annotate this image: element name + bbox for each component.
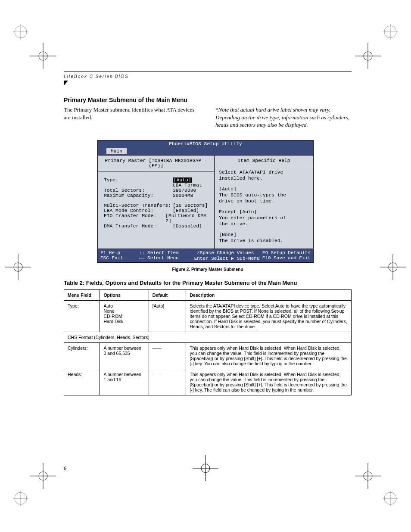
field-lba-format: LBA Format [173, 183, 202, 188]
key-f10-save[interactable]: F10 Save and Exit [262, 255, 311, 261]
key-change-values: -/Space Change Values [194, 250, 262, 255]
field-multi-value[interactable]: [16 Sectors] [173, 203, 208, 208]
key-f1-help[interactable]: F1 Help [100, 250, 139, 255]
bios-screenshot: PhoenixBIOS Setup Utility Main Primary M… [97, 140, 314, 263]
header-rule [64, 71, 352, 72]
field-max-capacity-label: Maximum Capacity: [104, 193, 173, 198]
crop-mark-icon [355, 463, 381, 489]
intro-text: The Primary Master submenu identifies wh… [64, 106, 200, 129]
crop-mark-icon [5, 254, 31, 280]
key-f9-defaults[interactable]: F9 Setup Defaults [262, 250, 311, 255]
table-cell: This appears only when Hard Disk is sele… [186, 342, 352, 369]
key-select-menu: ←→ Select Menu [139, 255, 194, 261]
th-options: Options [100, 289, 149, 300]
help-text: The drive is disabled. [219, 238, 309, 243]
help-text: [None] [219, 232, 309, 237]
bios-left-header: Primary Master [TOSHIBA MK2018GAP -(PM)] [98, 156, 214, 171]
table-cell: This appears only when Hard Disk is sele… [186, 369, 352, 395]
table-cell: —— [149, 342, 186, 369]
table-cell: Heads: [64, 369, 100, 395]
field-dma-label: DMA Transfer Mode: [104, 224, 173, 229]
table-row: Heads:A number between 1 and 16——This ap… [64, 369, 352, 395]
table-cell: Auto None CD-ROM Hard Disk [100, 300, 149, 332]
field-lba-ctl-value[interactable]: [Enabled] [173, 208, 199, 213]
table-cell: Type: [64, 300, 100, 332]
table-row: CHS Format (Cylinders, Heads, Sectors) [64, 332, 352, 342]
page: LifeBook C Series BIOS Primary Master Su… [0, 0, 411, 532]
table-cell: —— [149, 369, 186, 395]
intro-note: *Note that actual hard drive label shown… [215, 106, 352, 129]
table-row: Cylinders:A number between 0 and 65,535—… [64, 342, 352, 369]
field-total-sectors-value: 39070080 [173, 188, 196, 193]
section-title: Primary Master Submenu of the Main Menu [64, 96, 352, 103]
key-enter-submenu: Enter Select ▶ Sub-Menu [194, 255, 262, 261]
table-span-cell: CHS Format (Cylinders, Heads, Sectors) [64, 332, 352, 342]
help-text: Select ATA/ATAPI drive [219, 170, 309, 175]
help-text: installed here. [219, 176, 309, 181]
help-text: drive on boot time. [219, 199, 309, 204]
bios-title: PhoenixBIOS Setup Utility [97, 140, 314, 147]
field-pio-label: PIO Transfer Mode: [104, 213, 165, 224]
crop-mark-icon [380, 254, 406, 280]
table-row: Type:Auto None CD-ROM Hard Disk[Auto]Sel… [64, 300, 352, 332]
table-cell: [Auto] [149, 300, 186, 332]
table-cell: Cylinders: [64, 342, 100, 369]
options-table: Menu Field Options Default Description T… [64, 289, 352, 395]
help-text: The BIOS auto-types the [219, 193, 309, 198]
table-cell: A number between 0 and 65,535 [100, 342, 149, 369]
crop-mark-icon [355, 43, 381, 69]
crop-mark-icon [30, 43, 56, 69]
key-select-item: ↑↓ Select Item [139, 250, 194, 255]
field-lba-ctl-label: LBA Mode Control: [104, 208, 173, 213]
crop-mark-icon [30, 463, 56, 489]
key-esc-exit[interactable]: ESC Exit [100, 255, 139, 261]
table-title: Table 2: Fields, Options and Defaults fo… [64, 280, 352, 286]
help-text: the drive. [219, 221, 309, 227]
field-dma-value[interactable]: [Disabled] [173, 224, 202, 229]
help-text: [Auto] [219, 187, 309, 192]
help-text: You enter parameters of [219, 215, 309, 221]
bios-tabbar: Main [97, 147, 314, 155]
table-cell: Selects the ATA/ATAPI device type. Selec… [186, 300, 352, 332]
help-text: Except [Auto] [219, 209, 309, 215]
bios-right-header: Item Specific Help [215, 156, 313, 166]
field-type-value[interactable]: [Auto] [173, 177, 192, 183]
figure-caption: Figure 2. Primary Master Submenu [64, 267, 352, 272]
field-max-capacity-value: 20004MB [173, 193, 193, 198]
table-header-row: Menu Field Options Default Description [64, 289, 352, 300]
triangle-icon [64, 81, 68, 86]
field-pio-value[interactable]: [Multiword DMA 2] [165, 213, 210, 224]
th-default: Default [149, 289, 186, 300]
th-description: Description [186, 289, 352, 300]
field-multi-label: Multi-Sector Transfers: [104, 203, 173, 208]
crop-mark-icon [193, 455, 218, 481]
field-type-label: Type: [104, 177, 173, 183]
field-total-sectors-label: Total Sectors: [104, 188, 173, 193]
th-menu-field: Menu Field [64, 289, 100, 300]
page-number: 6 [64, 465, 66, 472]
running-head: LifeBook C Series BIOS [64, 74, 129, 79]
bios-footer: F1 Help ↑↓ Select Item -/Space Change Va… [97, 249, 314, 263]
table-cell: A number between 1 and 16 [100, 369, 149, 395]
bios-tab-main[interactable]: Main [106, 148, 127, 154]
